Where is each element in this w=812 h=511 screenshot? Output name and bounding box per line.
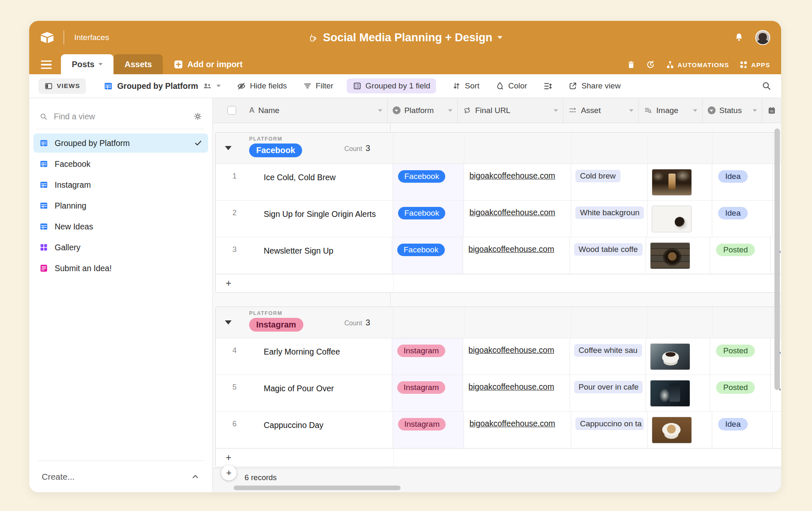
find-view-input[interactable] <box>54 112 187 121</box>
view-switcher[interactable]: Grouped by Platform <box>103 81 221 91</box>
url-link[interactable]: bigoakcoffeehouse.com <box>469 419 555 428</box>
platform-cell[interactable]: Instagram <box>392 338 463 375</box>
sidebar-item-gallery[interactable]: Gallery <box>33 238 208 257</box>
asset-cell[interactable]: Cappuccino on ta <box>571 412 648 448</box>
column-header-asset[interactable]: Asset <box>563 98 639 123</box>
create-view-button[interactable]: Create... <box>38 461 204 492</box>
url-link[interactable]: bigoakcoffeehouse.com <box>469 345 555 355</box>
sidebar-item-facebook[interactable]: Facebook <box>33 154 208 174</box>
url-cell[interactable]: bigoakcoffeehouse.com <box>464 164 571 200</box>
chevron-down-icon[interactable] <box>378 109 382 112</box>
tab-posts[interactable]: Posts <box>61 54 113 74</box>
collapse-group-icon[interactable] <box>225 320 232 325</box>
platform-cell[interactable]: Instagram <box>392 375 463 411</box>
attachment-thumbnail[interactable] <box>650 242 690 269</box>
name-cell[interactable]: Early Morning Coffee <box>253 338 392 358</box>
sidebar-item-grouped-by-platform[interactable]: Grouped by Platform <box>33 133 208 153</box>
column-header-image[interactable]: Image <box>639 98 703 123</box>
status-cell[interactable]: Posted <box>710 375 770 411</box>
menu-icon[interactable] <box>41 60 52 69</box>
platform-cell[interactable]: Facebook <box>393 164 464 200</box>
chevron-down-icon[interactable] <box>693 109 697 112</box>
name-cell[interactable]: Magic of Pour Over <box>253 375 392 395</box>
trash-icon[interactable] <box>627 60 635 69</box>
status-cell[interactable]: Posted <box>710 338 770 375</box>
sidebar-item-new-ideas[interactable]: New Ideas <box>33 217 208 236</box>
user-avatar[interactable] <box>755 30 770 45</box>
vertical-scrollbar[interactable] <box>774 128 780 390</box>
name-cell[interactable]: Sign Up for Single Origin Alerts <box>253 201 393 220</box>
breadcrumb[interactable]: Interfaces <box>74 33 109 42</box>
automations-button[interactable]: AUTOMATIONS <box>666 60 729 69</box>
attachment-thumbnail[interactable] <box>652 169 692 196</box>
views-button[interactable]: VIEWS <box>38 78 86 94</box>
status-cell[interactable]: Idea <box>712 412 773 448</box>
add-or-import-button[interactable]: Add or import <box>174 60 242 69</box>
horizontal-scrollbar[interactable] <box>234 486 401 490</box>
asset-cell[interactable]: Pour over in cafe <box>570 375 646 411</box>
chevron-down-icon[interactable] <box>629 109 633 112</box>
hide-fields-button[interactable]: Hide fields <box>237 81 287 91</box>
column-header-date[interactable]: 31 <box>762 98 781 123</box>
name-cell[interactable]: Newsletter Sign Up <box>253 237 392 257</box>
chevron-down-icon[interactable] <box>554 109 558 112</box>
status-cell[interactable]: Posted <box>710 237 770 274</box>
image-cell[interactable] <box>646 237 710 274</box>
attachment-thumbnail[interactable] <box>652 417 692 443</box>
base-title[interactable]: Social Media Planning + Design <box>308 31 502 44</box>
apps-button[interactable]: APPS <box>739 60 770 69</box>
image-cell[interactable] <box>648 201 712 237</box>
add-record-row[interactable]: + <box>216 274 781 292</box>
url-link[interactable]: bigoakcoffeehouse.com <box>469 208 555 217</box>
platform-cell[interactable]: Instagram <box>393 412 464 448</box>
url-cell[interactable]: bigoakcoffeehouse.com <box>463 237 570 274</box>
history-icon[interactable] <box>646 60 656 70</box>
column-header-platform[interactable]: Platform <box>388 98 458 123</box>
url-cell[interactable]: bigoakcoffeehouse.com <box>463 375 570 411</box>
name-cell[interactable]: Cappuccino Day <box>253 412 393 431</box>
chevron-down-icon[interactable] <box>448 109 452 112</box>
search-button[interactable] <box>761 81 772 91</box>
row-height-button[interactable] <box>543 81 552 91</box>
asset-cell[interactable]: Coffee white sau <box>570 338 646 375</box>
group-value-pill[interactable]: Facebook <box>249 143 302 157</box>
chevron-down-icon[interactable] <box>497 36 502 39</box>
attachment-thumbnail[interactable] <box>652 206 692 232</box>
name-cell[interactable]: Ice Cold, Cold Brew <box>253 164 393 184</box>
chevron-down-icon[interactable] <box>753 109 757 112</box>
sort-button[interactable]: Sort <box>452 81 479 91</box>
status-cell[interactable]: Idea <box>712 164 773 200</box>
gear-icon[interactable] <box>193 112 202 121</box>
asset-cell[interactable]: Wood table coffe <box>570 237 646 274</box>
group-value-pill[interactable]: Instagram <box>249 318 303 332</box>
bell-icon[interactable] <box>734 32 744 43</box>
select-all-checkbox[interactable] <box>227 106 236 115</box>
url-cell[interactable]: bigoakcoffeehouse.com <box>463 338 570 375</box>
url-link[interactable]: bigoakcoffeehouse.com <box>469 244 555 254</box>
url-cell[interactable]: bigoakcoffeehouse.com <box>464 201 571 237</box>
platform-cell[interactable]: Facebook <box>392 237 463 274</box>
image-cell[interactable] <box>646 338 710 375</box>
attachment-thumbnail[interactable] <box>650 343 690 370</box>
add-record-button[interactable]: + <box>221 465 237 481</box>
url-link[interactable]: bigoakcoffeehouse.com <box>469 382 555 392</box>
date-cell[interactable] <box>773 412 781 448</box>
color-button[interactable]: Color <box>495 81 527 91</box>
collapse-group-icon[interactable] <box>225 146 232 150</box>
share-view-button[interactable]: Share view <box>568 81 620 91</box>
url-cell[interactable]: bigoakcoffeehouse.com <box>464 412 571 448</box>
add-record-row[interactable]: + <box>216 448 781 467</box>
filter-button[interactable]: Filter <box>303 81 333 91</box>
airtable-logo-icon[interactable] <box>40 31 54 44</box>
image-cell[interactable] <box>646 375 710 411</box>
platform-cell[interactable]: Facebook <box>393 201 464 237</box>
sidebar-item-instagram[interactable]: Instagram <box>33 175 208 194</box>
column-header-status[interactable]: Status <box>703 98 762 123</box>
sidebar-item-planning[interactable]: Planning <box>33 196 208 215</box>
sidebar-item-submit-an-idea[interactable]: Submit an Idea! <box>33 259 208 278</box>
group-button[interactable]: Grouped by 1 field <box>347 78 436 93</box>
status-cell[interactable]: Idea <box>712 201 773 237</box>
attachment-thumbnail[interactable] <box>650 380 690 407</box>
asset-cell[interactable]: White backgroun <box>571 201 648 237</box>
column-header-final-url[interactable]: Final URL <box>458 98 563 123</box>
